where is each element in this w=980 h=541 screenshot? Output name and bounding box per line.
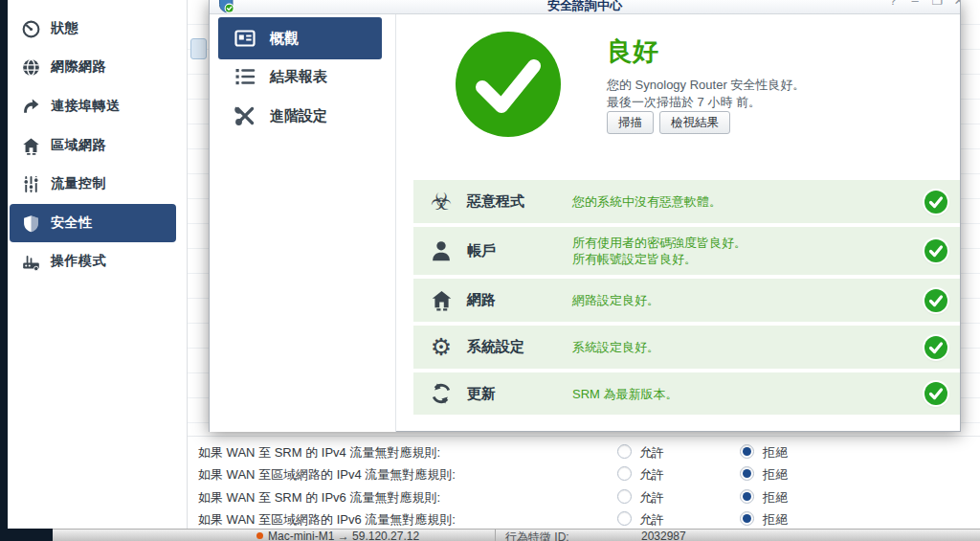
security-check-list: ☣ 惡意程式 您的系統中沒有惡意軟體。 帳戶 所有使用者的密碼強度皆良好。 所有… [413,180,960,418]
maximize-button[interactable]: ❐ [929,0,945,12]
sidebar-item-internet[interactable]: 網際網路 [10,51,176,83]
divider [495,530,496,541]
policy-row-wan-srm-ipv6: 如果 WAN 至 SRM 的 IPv6 流量無對應規則: 允許 拒絕 [188,485,980,507]
shield-icon [18,214,43,234]
deny-radio-label[interactable]: 拒絕 [763,511,788,529]
sidebar-item-security[interactable]: 安全性 [10,204,176,242]
tab-overview[interactable]: 概觀 [218,17,382,59]
status-line: 所有使用者的密碼強度皆良好。 [572,236,746,250]
check-row-account: 帳戶 所有使用者的密碼強度皆良好。 所有帳號設定皆良好。 [413,227,960,275]
check-row-label: 更新 [467,385,572,403]
arrow-icon: → [338,530,349,541]
deny-radio-label[interactable]: 拒絕 [763,444,788,462]
sidebar-item-label: 操作模式 [51,253,106,270]
globe-icon [18,57,43,78]
sidebar: 狀態 網際網路 連接埠轉送 區域網路 流量控制 [8,0,188,529]
deny-radio[interactable] [740,511,754,526]
sidebar-item-port-forwarding[interactable]: 連接埠轉送 [10,90,176,123]
deny-radio-label[interactable]: 拒絕 [763,489,788,507]
report-icon [233,65,257,88]
minimize-button[interactable]: – [907,0,923,12]
policy-row-wan-lan-ipv4: 如果 WAN 至區域網路的 IPv4 流量無對應規則: 允許 拒絕 [188,462,980,485]
check-row-label: 惡意程式 [467,192,572,211]
check-row-status: 您的系統中沒有惡意軟體。 [572,193,722,210]
policy-label: 如果 WAN 至 SRM 的 IPv6 流量無對應規則: [198,489,440,507]
dialog-title-bar[interactable]: 安全諮詢中心 ? – ❐ ✕ [210,0,960,14]
operation-mode-icon [18,252,43,272]
deny-radio[interactable] [740,489,754,504]
policy-row-wan-srm-ipv4: 如果 WAN 至 SRM 的 IPv4 流量無對應規則: 允許 拒絕 [188,440,980,462]
port-forward-icon [18,97,43,117]
allow-radio-label[interactable]: 允許 [639,489,664,507]
divider [188,436,980,437]
policy-label: 如果 WAN 至區域網路的 IPv6 流量無對應規則: [198,511,456,529]
sidebar-item-label: 區域網路 [51,137,106,154]
bottom-status-strip: Mac-mini-M1 → 59.120.27.12 行為特徵 ID: 2032… [0,529,980,541]
behavior-id-label: 行為特徵 ID: [505,530,569,541]
sidebar-item-traffic-control[interactable]: 流量控制 [10,168,176,200]
local-network-icon [18,136,43,156]
check-row-system-settings: ⚙ 系統設定 系統設定良好。 [413,326,960,369]
allow-radio-label[interactable]: 允許 [639,466,664,484]
last-scan-text: 最後一次掃描於 7 小時 前。 [607,94,761,111]
check-row-label: 系統設定 [467,338,572,356]
scan-button[interactable]: 掃描 [607,111,654,134]
check-row-status: 系統設定良好。 [572,339,659,355]
check-row-label: 帳戶 [467,242,572,260]
check-passed-icon [924,336,947,359]
allow-radio-label[interactable]: 允許 [639,511,664,529]
desktop-edge-strip [0,0,8,541]
check-passed-icon [924,382,947,405]
check-passed-icon [924,289,947,312]
deny-radio-label[interactable]: 拒絕 [763,466,788,484]
screen: 狀態 網際網路 連接埠轉送 區域網路 流量控制 [0,0,980,541]
connection-status-dot [256,532,263,539]
tab-label: 結果報表 [270,68,327,86]
view-results-button[interactable]: 檢視結果 [659,111,730,134]
sidebar-item-label: 安全性 [51,214,93,232]
allow-radio[interactable] [617,511,632,526]
check-row-network: 網路 網路設定良好。 [413,279,960,322]
traffic-control-icon [18,174,43,194]
policy-label: 如果 WAN 至 SRM 的 IPv4 流量無對應規則: [198,444,440,462]
sidebar-item-label: 狀態 [51,20,78,37]
dialog-side-panel: 概觀 結果報表 進階設定 [210,14,396,432]
check-row-label: 網路 [467,291,572,309]
tab-results-report[interactable]: 結果報表 [218,57,382,96]
sidebar-item-operation-mode[interactable]: 操作模式 [10,245,176,278]
sidebar-item-label: 連接埠轉送 [51,98,121,115]
gear-icon: ⚙ [427,335,456,359]
check-row-status: SRM 為最新版本。 [572,386,679,402]
check-passed-icon [924,191,947,214]
deny-radio[interactable] [740,466,754,481]
help-button[interactable]: ? [885,0,901,12]
allow-radio-label[interactable]: 允許 [639,444,664,462]
malware-icon: ☣ [427,190,456,214]
check-row-status: 網路設定良好。 [572,292,659,308]
sidebar-item-status[interactable]: 狀態 [10,12,176,45]
allow-radio[interactable] [617,489,632,504]
close-icon[interactable]: ✕ [951,0,960,12]
advanced-settings-icon [233,104,257,127]
sidebar-item-label: 網際網路 [51,58,106,76]
device-ip: 59.120.27.12 [352,530,419,541]
user-icon [427,238,456,263]
gauge-icon [18,19,43,39]
network-icon [427,288,456,312]
overall-status-title: 良好 [607,34,658,69]
device-connection-text: Mac-mini-M1 → 59.120.27.12 [268,530,419,541]
overall-status-line1: 您的 Synology Router 安全性良好。 [607,77,805,94]
check-row-malware: ☣ 惡意程式 您的系統中沒有惡意軟體。 [413,180,960,223]
sidebar-item-local-network[interactable]: 區域網路 [10,129,176,162]
overall-status-icon [456,32,561,137]
tab-advanced-settings[interactable]: 進階設定 [218,97,382,135]
allow-radio[interactable] [617,466,632,481]
check-row-status: 所有使用者的密碼強度皆良好。 所有帳號設定皆良好。 [572,235,746,267]
deny-radio[interactable] [740,444,754,459]
dialog-title: 安全諮詢中心 [210,0,960,14]
firewall-default-policy-form: 如果 WAN 至 SRM 的 IPv4 流量無對應規則: 允許 拒絕 如果 WA… [188,432,980,529]
allow-radio[interactable] [617,444,632,459]
tab-label: 概觀 [270,30,299,48]
sidebar-item-label: 流量控制 [51,175,106,192]
policy-row-wan-lan-ipv6: 如果 WAN 至區域網路的 IPv6 流量無對應規則: 允許 拒絕 [188,507,980,530]
